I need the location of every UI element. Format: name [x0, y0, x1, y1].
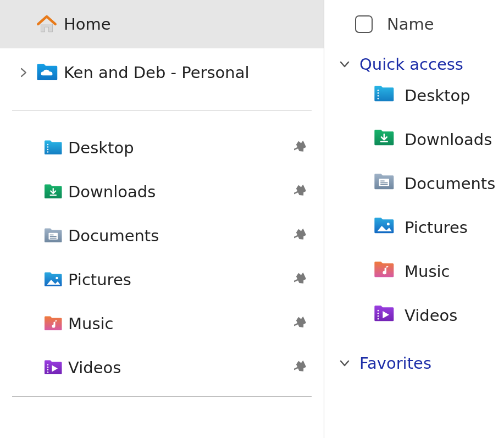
expand-chevron-icon[interactable]	[12, 67, 35, 78]
pin-icon	[294, 358, 308, 377]
desktop-folder-icon	[373, 83, 395, 109]
item-downloads[interactable]: Downloads	[330, 118, 501, 162]
group-header-favorites[interactable]: Favorites	[330, 354, 501, 373]
nav-item-documents[interactable]: Documents	[0, 214, 324, 258]
nav-videos-label: Videos	[68, 358, 294, 377]
documents-folder-icon	[373, 171, 395, 197]
nav-item-home[interactable]: Home	[0, 0, 324, 48]
group-header-quick-access[interactable]: Quick access	[330, 55, 501, 74]
chevron-down-icon	[339, 357, 351, 369]
navigation-pane: Home Ken and Deb - Personal Desktop Down…	[0, 0, 324, 438]
downloads-folder-icon	[373, 127, 395, 153]
home-icon	[35, 13, 64, 36]
nav-item-desktop[interactable]: Desktop	[0, 126, 324, 170]
pictures-folder-icon	[43, 270, 68, 290]
item-videos[interactable]: Videos	[330, 293, 501, 337]
music-folder-icon	[373, 259, 395, 285]
nav-item-music[interactable]: Music	[0, 302, 324, 346]
nav-divider	[12, 396, 312, 397]
desktop-folder-icon	[43, 138, 68, 158]
nav-item-downloads[interactable]: Downloads	[0, 170, 324, 214]
nav-downloads-label: Downloads	[68, 182, 294, 201]
pin-icon	[294, 182, 308, 201]
select-all-checkbox[interactable]	[355, 15, 373, 33]
group-quick-access-label: Quick access	[359, 55, 463, 74]
column-header-row: Name	[330, 10, 501, 38]
onedrive-folder-icon	[35, 61, 64, 84]
nav-divider	[12, 110, 312, 110]
item-pictures-label: Pictures	[405, 218, 468, 237]
content-pane: Name Quick access Desktop Downloads Docu…	[324, 0, 504, 438]
item-documents[interactable]: Documents	[330, 162, 501, 206]
nav-item-videos[interactable]: Videos	[0, 346, 324, 390]
nav-onedrive-label: Ken and Deb - Personal	[64, 63, 250, 82]
chevron-down-icon	[339, 58, 351, 70]
videos-folder-icon	[43, 358, 68, 378]
nav-item-onedrive[interactable]: Ken and Deb - Personal	[0, 48, 324, 97]
nav-pictures-label: Pictures	[68, 270, 294, 289]
pictures-folder-icon	[373, 215, 395, 241]
item-music[interactable]: Music	[330, 250, 501, 293]
group-favorites-label: Favorites	[359, 354, 431, 373]
pin-icon	[294, 314, 308, 333]
videos-folder-icon	[373, 303, 395, 329]
item-downloads-label: Downloads	[405, 130, 492, 149]
pin-icon	[294, 226, 308, 245]
nav-item-pictures[interactable]: Pictures	[0, 258, 324, 302]
nav-music-label: Music	[68, 314, 294, 333]
nav-pinned-list: Desktop Downloads Documents Pictures Mus…	[0, 117, 324, 390]
item-pictures[interactable]: Pictures	[330, 206, 501, 250]
nav-desktop-label: Desktop	[68, 138, 294, 157]
item-documents-label: Documents	[405, 174, 495, 193]
item-desktop-label: Desktop	[405, 86, 470, 105]
downloads-folder-icon	[43, 182, 68, 202]
nav-documents-label: Documents	[68, 226, 294, 245]
column-header-name[interactable]: Name	[387, 15, 434, 34]
pin-icon	[294, 138, 308, 157]
item-desktop[interactable]: Desktop	[330, 74, 501, 118]
item-music-label: Music	[405, 262, 450, 281]
music-folder-icon	[43, 314, 68, 334]
pin-icon	[294, 270, 308, 289]
nav-home-label: Home	[64, 15, 111, 34]
item-videos-label: Videos	[405, 306, 457, 325]
documents-folder-icon	[43, 226, 68, 246]
